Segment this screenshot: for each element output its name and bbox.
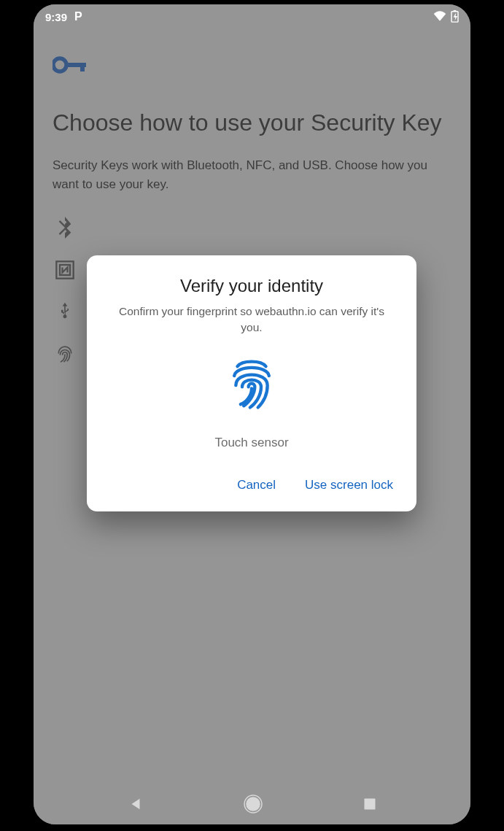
sensor-hint: Touch sensor [214, 436, 288, 450]
dialog-actions: Cancel Use screen lock [104, 472, 399, 498]
use-screen-lock-button[interactable]: Use screen lock [302, 472, 396, 498]
svg-point-7 [246, 797, 260, 811]
navigation-bar [34, 784, 470, 824]
status-app-indicator: P [74, 10, 82, 23]
nav-back-button[interactable] [122, 790, 150, 818]
nav-recent-button[interactable] [357, 791, 383, 817]
dialog-title: Verify your identity [180, 276, 323, 296]
triangle-back-icon [128, 796, 144, 812]
svg-rect-9 [364, 799, 375, 810]
phone-frame: Choose how to use your Security Key Secu… [34, 4, 470, 824]
circle-home-icon [244, 795, 263, 813]
fingerprint-icon [226, 355, 277, 415]
battery-icon [451, 9, 459, 25]
cancel-button[interactable]: Cancel [234, 472, 279, 498]
status-bar: 9:39 P [34, 4, 470, 29]
svg-rect-6 [454, 9, 457, 11]
verify-identity-dialog: Verify your identity Confirm your finger… [87, 255, 416, 511]
square-recent-icon [363, 797, 377, 811]
nav-home-button[interactable] [238, 789, 268, 819]
status-time: 9:39 [45, 11, 67, 23]
dialog-message: Confirm your fingerprint so webauthn.io … [113, 304, 390, 336]
wifi-icon [433, 11, 446, 23]
